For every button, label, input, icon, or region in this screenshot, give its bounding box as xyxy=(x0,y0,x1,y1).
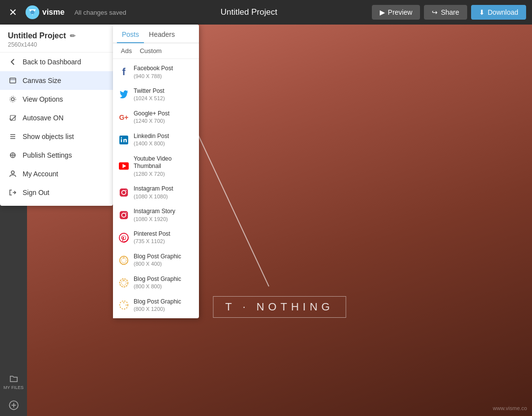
preview-icon: ▶ xyxy=(380,8,385,16)
tab-posts[interactable]: Posts xyxy=(117,25,144,43)
project-name: Untitled Project ✏ xyxy=(8,31,105,40)
menu-item-view-options[interactable]: View Options xyxy=(0,90,113,109)
canvas-size-instagram-story[interactable]: Instagram Story (1080 X 1920) xyxy=(113,204,199,226)
blog1-icon xyxy=(118,254,130,266)
view-options-label: View Options xyxy=(23,95,63,103)
canvas-size-list: f Facebook Post (940 X 788) Twitter Post… xyxy=(113,59,199,318)
canvas-size-panel: Posts Headers Ads Custom f Facebook Post… xyxy=(113,25,199,318)
show-objects-icon xyxy=(8,132,18,141)
canvas-size-icon xyxy=(8,76,18,85)
canvas-size-label: Canvas Size xyxy=(23,77,61,84)
back-dashboard-label: Back to Dashboard xyxy=(23,58,81,66)
preview-button[interactable]: ▶ Preview xyxy=(372,5,420,20)
menu-item-canvas-size[interactable]: Canvas Size xyxy=(0,71,113,90)
canvas-watermark: www.visme.co xyxy=(493,405,527,411)
canvas-size-googleplus[interactable]: G+ Google+ Post (1240 X 700) xyxy=(113,106,199,129)
canvas-size-pinterest[interactable]: Pinterest Post (735 X 1102) xyxy=(113,226,199,249)
project-title: Untitled Project xyxy=(126,7,372,17)
logo: visme xyxy=(26,5,64,19)
svg-point-2 xyxy=(30,10,34,14)
project-header: Untitled Project ✏ 2560x1440 xyxy=(0,25,113,53)
canvas-text-overlay: T · NOTHING xyxy=(213,296,346,318)
sidebar-item-add[interactable] xyxy=(3,394,25,416)
canvas-size-linkedin[interactable]: Linkedin Post (1400 X 800) xyxy=(113,129,199,151)
svg-point-40 xyxy=(126,212,127,213)
svg-rect-20 xyxy=(10,78,16,83)
topbar-actions: ▶ Preview ↪ Share ⬇ Download xyxy=(372,5,526,20)
subtab-custom[interactable]: Custom xyxy=(136,45,166,56)
sign-out-icon xyxy=(8,188,18,197)
menu-item-back-dashboard[interactable]: Back to Dashboard xyxy=(0,53,113,71)
svg-point-23 xyxy=(10,96,16,102)
autosave-label: Autosave ON xyxy=(23,114,63,122)
canvas-size-blog2[interactable]: Blog Post Graphic (800 X 800) xyxy=(113,272,199,294)
linkedin-icon xyxy=(118,134,130,146)
menu-item-my-account[interactable]: My Account xyxy=(0,165,113,183)
svg-point-22 xyxy=(11,98,14,101)
canvas-size-blog1[interactable]: Blog Post Graphic (800 X 400) xyxy=(113,249,199,272)
sign-out-label: Sign Out xyxy=(23,189,49,196)
autosave-status: All changes saved xyxy=(74,9,126,16)
close-button[interactable]: ✕ xyxy=(6,5,20,19)
view-options-icon xyxy=(8,94,18,104)
canvas-size-youtube[interactable]: Youtube Video Thumbnail (1280 X 720) xyxy=(113,151,199,181)
back-icon xyxy=(8,57,18,67)
share-button[interactable]: ↪ Share xyxy=(424,5,467,20)
project-dimensions: 2560x1440 xyxy=(8,41,105,48)
svg-point-30 xyxy=(11,171,14,174)
blog3-icon xyxy=(118,299,130,311)
visme-logo-icon xyxy=(26,5,39,19)
canvas-size-subtabs: Ads Custom xyxy=(113,43,199,59)
blog2-icon xyxy=(118,277,130,289)
autosave-icon xyxy=(8,113,18,123)
canvas-size-twitter[interactable]: Twitter Post (1024 X 512) xyxy=(113,83,199,106)
twitter-icon xyxy=(118,89,130,101)
sidebar-item-my-files[interactable]: MY FILES xyxy=(3,371,25,392)
facebook-icon: f xyxy=(118,66,130,78)
tab-headers[interactable]: Headers xyxy=(144,25,180,43)
download-icon: ⬇ xyxy=(479,8,485,16)
googleplus-icon: G+ xyxy=(118,111,130,123)
instagram-icon xyxy=(118,187,130,198)
logo-text: visme xyxy=(42,8,64,17)
menu-item-autosave[interactable]: Autosave ON xyxy=(0,109,113,127)
canvas-size-blog3[interactable]: Blog Post Graphic (800 X 1200) xyxy=(113,294,199,317)
my-files-label: MY FILES xyxy=(3,385,24,390)
svg-point-37 xyxy=(126,190,127,191)
subtab-ads[interactable]: Ads xyxy=(117,45,136,56)
menu-item-sign-out[interactable]: Sign Out xyxy=(0,183,113,202)
my-account-label: My Account xyxy=(23,170,58,178)
pinterest-icon xyxy=(118,232,130,244)
menu-item-show-objects[interactable]: Show objects list xyxy=(0,127,113,146)
publish-settings-icon xyxy=(8,150,18,160)
canvas-size-facebook[interactable]: f Facebook Post (940 X 788) xyxy=(113,61,199,83)
publish-settings-label: Publish Settings xyxy=(23,151,72,159)
canvas-size-instagram[interactable]: Instagram Post (1080 X 1080) xyxy=(113,181,199,204)
svg-rect-38 xyxy=(120,211,128,220)
edit-project-name-icon[interactable]: ✏ xyxy=(70,32,76,40)
svg-rect-35 xyxy=(120,189,128,197)
my-account-icon xyxy=(8,169,18,179)
instagram-story-icon xyxy=(118,209,130,221)
canvas-size-tabs: Posts Headers xyxy=(113,25,199,43)
show-objects-label: Show objects list xyxy=(23,133,74,140)
project-dropdown-menu: Untitled Project ✏ 2560x1440 Back to Das… xyxy=(0,25,113,206)
menu-item-publish-settings[interactable]: Publish Settings xyxy=(0,146,113,165)
youtube-icon xyxy=(118,160,130,172)
share-icon: ↪ xyxy=(432,8,438,16)
download-button[interactable]: ⬇ Download xyxy=(471,5,526,20)
